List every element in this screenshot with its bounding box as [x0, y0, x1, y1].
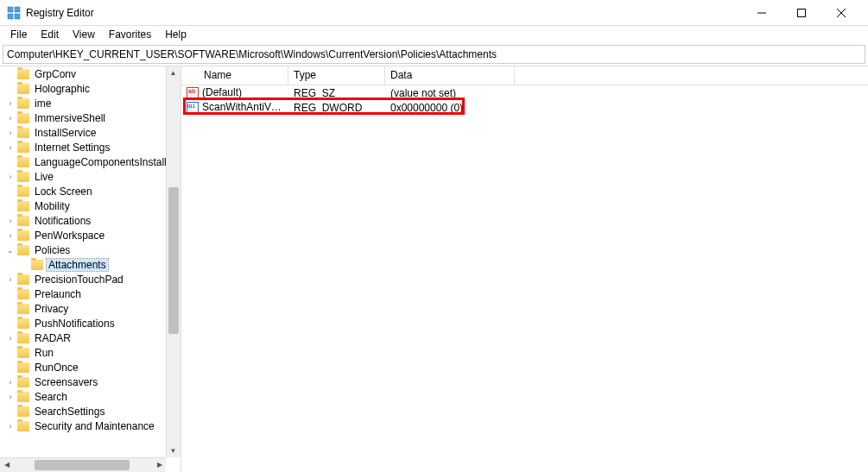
tree-item[interactable]: ›RADAR: [0, 330, 181, 345]
window-title: Registry Editor: [26, 7, 742, 19]
value-name: (Default): [202, 86, 242, 98]
column-header-data[interactable]: Data: [385, 66, 515, 85]
svg-rect-2: [8, 14, 13, 19]
window-controls: [742, 0, 861, 26]
folder-icon: [31, 260, 43, 270]
list-row[interactable]: ScanWithAntiVir...REG_DWORD0x00000000 (0…: [181, 100, 868, 115]
scroll-down-arrow-icon[interactable]: ▼: [167, 444, 180, 457]
regedit-icon: [7, 6, 21, 20]
folder-icon: [17, 216, 29, 226]
chevron-right-icon[interactable]: ›: [5, 333, 16, 343]
value-data: 0x00000000 (0): [385, 102, 515, 114]
tree-item[interactable]: ›Notifications: [0, 213, 181, 228]
tree-item-label: GrpConv: [33, 68, 78, 80]
chevron-right-icon[interactable]: ›: [5, 421, 16, 431]
folder-icon: [17, 84, 29, 94]
tree-item-label: Notifications: [33, 215, 92, 227]
column-header-type[interactable]: Type: [288, 66, 385, 85]
tree-item[interactable]: LanguageComponentsInstaller: [0, 154, 181, 169]
chevron-right-icon[interactable]: ›: [5, 113, 16, 123]
tree-item[interactable]: GrpConv: [0, 66, 181, 81]
tree-item[interactable]: ›PrecisionTouchPad: [0, 272, 181, 286]
chevron-right-icon[interactable]: ›: [5, 172, 16, 182]
menu-file[interactable]: File: [3, 27, 34, 42]
chevron-right-icon[interactable]: ›: [5, 128, 16, 138]
tree-item-label: Search: [33, 391, 69, 403]
folder-icon: [17, 392, 29, 402]
tree-item-label: Prelaunch: [33, 288, 83, 300]
tree-item[interactable]: ›ImmersiveShell: [0, 110, 181, 125]
tree-item[interactable]: SearchSettings: [0, 404, 181, 419]
tree-item-label: Holographic: [33, 83, 92, 95]
folder-icon: [17, 245, 29, 255]
tree-item[interactable]: ›Screensavers: [0, 374, 181, 389]
scroll-right-arrow-icon[interactable]: ▶: [153, 458, 166, 471]
svg-rect-5: [798, 9, 806, 16]
tree-item[interactable]: ⌄Policies: [0, 242, 181, 257]
tree-item[interactable]: Prelaunch: [0, 286, 181, 301]
tree-panel: GrpConvHolographic›ime›ImmersiveShell›In…: [0, 66, 181, 472]
scroll-up-arrow-icon[interactable]: ▲: [167, 66, 180, 79]
folder-icon: [17, 142, 29, 153]
tree-item-label: PushNotifications: [33, 318, 117, 330]
vertical-scrollbar[interactable]: ▲ ▼: [166, 66, 181, 457]
tree-item[interactable]: ›Security and Maintenance: [0, 419, 181, 433]
tree-item[interactable]: Mobility: [0, 198, 181, 213]
tree-item[interactable]: Attachments: [0, 257, 181, 272]
chevron-right-icon[interactable]: ›: [5, 377, 16, 387]
tree-item[interactable]: ›InstallService: [0, 125, 181, 140]
close-button[interactable]: [821, 0, 861, 26]
tree-item[interactable]: Lock Screen: [0, 184, 181, 198]
menu-favorites[interactable]: Favorites: [102, 27, 158, 42]
value-name: ScanWithAntiVir...: [202, 101, 285, 113]
tree-item-label: Mobility: [33, 200, 72, 212]
chevron-right-icon[interactable]: ›: [5, 230, 16, 241]
tree-content[interactable]: GrpConvHolographic›ime›ImmersiveShell›In…: [0, 66, 181, 472]
folder-icon: [17, 128, 29, 138]
folder-icon: [17, 318, 29, 329]
tree-item[interactable]: PushNotifications: [0, 316, 181, 330]
menubar: File Edit View Favorites Help: [0, 26, 868, 43]
tree-item[interactable]: RunOnce: [0, 360, 181, 374]
address-bar[interactable]: Computer\HKEY_CURRENT_USER\SOFTWARE\Micr…: [3, 45, 865, 64]
dword-value-icon: [187, 102, 199, 114]
tree-item[interactable]: ›Live: [0, 169, 181, 184]
folder-icon: [17, 230, 29, 241]
tree-item-label: SearchSettings: [33, 406, 106, 418]
tree-item-label: Security and Maintenance: [33, 420, 156, 432]
tree-item-label: Screensavers: [33, 376, 99, 388]
chevron-down-icon[interactable]: ⌄: [5, 245, 16, 255]
tree-item-label: Policies: [33, 244, 72, 256]
minimize-button[interactable]: [742, 0, 782, 26]
chevron-right-icon[interactable]: ›: [5, 392, 16, 402]
maximize-button[interactable]: [782, 0, 821, 26]
scroll-left-arrow-icon[interactable]: ◀: [0, 458, 13, 471]
chevron-right-icon[interactable]: ›: [5, 216, 16, 226]
menu-help[interactable]: Help: [158, 27, 193, 42]
horizontal-scrollbar[interactable]: ◀ ▶: [0, 457, 166, 472]
list-row[interactable]: (Default)REG_SZ(value not set): [181, 85, 868, 100]
tree-item[interactable]: ›ime: [0, 96, 181, 110]
menu-view[interactable]: View: [66, 27, 102, 42]
tree-item[interactable]: ›Search: [0, 389, 181, 404]
column-header-name[interactable]: Name: [181, 66, 288, 85]
tree-item-label: RADAR: [33, 332, 73, 344]
folder-icon: [17, 113, 29, 123]
chevron-right-icon[interactable]: ›: [5, 98, 16, 109]
chevron-right-icon[interactable]: ›: [5, 274, 16, 285]
menu-edit[interactable]: Edit: [34, 27, 66, 42]
tree-item[interactable]: ›Internet Settings: [0, 140, 181, 154]
svg-rect-1: [15, 7, 20, 12]
tree-item-label: LanguageComponentsInstaller: [33, 156, 177, 168]
tree-item-label: Live: [33, 171, 55, 183]
tree-item[interactable]: ›PenWorkspace: [0, 228, 181, 242]
scrollbar-thumb[interactable]: [168, 187, 179, 334]
tree-item[interactable]: Holographic: [0, 81, 181, 96]
tree-item[interactable]: Privacy: [0, 301, 181, 316]
scrollbar-thumb[interactable]: [35, 460, 130, 470]
list-panel: Name Type Data (Default)REG_SZ(value not…: [181, 66, 868, 472]
tree-item-label: Run: [33, 347, 55, 359]
svg-rect-3: [15, 14, 20, 19]
tree-item[interactable]: Run: [0, 345, 181, 360]
chevron-right-icon[interactable]: ›: [5, 142, 16, 153]
